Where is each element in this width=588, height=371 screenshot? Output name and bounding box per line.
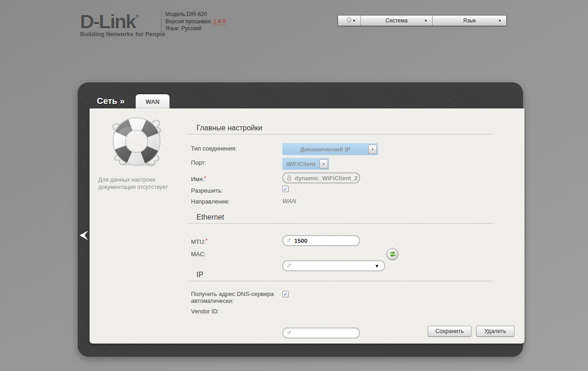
caret-down-icon: ▼	[352, 19, 356, 23]
vendor-id-label: Vendor ID:	[191, 308, 219, 315]
name-label: Имя:*	[191, 175, 206, 183]
section-title-ethernet: Ethernet	[188, 213, 493, 224]
device-model: Модель:DIR-620	[165, 11, 226, 18]
registered-mark: ®	[136, 14, 139, 19]
dlink-logo-text: D-Link®	[80, 6, 165, 32]
enable-checkbox[interactable]: ✓	[282, 186, 289, 192]
mac-combo-wrap: ✎ ▼	[282, 260, 385, 271]
vendor-id-input[interactable]	[294, 329, 355, 337]
collapse-panel-icon	[78, 229, 89, 241]
lock-icon	[286, 175, 292, 181]
mac-input[interactable]	[294, 262, 374, 270]
name-field[interactable]: dynamic_WiFiClient_2	[282, 172, 360, 183]
mtu-field-wrap: ✎	[282, 235, 360, 246]
pencil-icon: ✎	[286, 237, 291, 243]
checkmark-icon: ✓	[283, 291, 288, 297]
dlink-tagline: Building Networks for People	[80, 31, 165, 38]
connection-type-label: Тип соединения:	[191, 145, 237, 152]
header-divider	[161, 12, 162, 33]
device-language: Язык: Русский	[165, 25, 226, 32]
system-menu-button[interactable]: Система ▼	[361, 16, 433, 26]
caret-down-icon: ▼	[424, 19, 428, 23]
firmware-version-link[interactable]: 1.4.0	[213, 18, 226, 25]
required-mark: *	[206, 238, 207, 243]
port-dropdown[interactable]: WiFiClient ▼	[282, 158, 329, 170]
caret-down-icon[interactable]: ▼	[375, 264, 379, 269]
wan-settings-form: Для данных настроек документация отсутст…	[90, 108, 524, 344]
collapse-panel-button[interactable]	[78, 229, 89, 241]
top-menubar: ▼ Система ▼ Язык ▼	[338, 15, 507, 26]
tab-wan[interactable]: WAN	[136, 94, 170, 109]
direction-label: Направление:	[191, 198, 230, 205]
checkmark-icon: ✓	[283, 186, 288, 192]
page: D-Link® Building Networks for People Мод…	[0, 0, 588, 371]
port-label: Порт:	[191, 159, 206, 166]
dns-auto-checkbox[interactable]: ✓	[282, 291, 289, 297]
connection-type-dropdown[interactable]: Динамический IP ▼	[282, 143, 378, 155]
enable-label: Разрешить:	[191, 187, 223, 194]
vendor-id-field-wrap: ✎	[282, 328, 360, 339]
section-title-main: Главные настройки	[188, 124, 493, 134]
direction-value: WAN	[282, 198, 296, 204]
caret-down-icon: ▼	[498, 19, 502, 23]
lifebuoy-icon	[103, 114, 172, 168]
mac-label: MAC:	[191, 251, 206, 258]
section-title-ip: IP	[188, 271, 493, 281]
hints-menu-button[interactable]: ▼	[338, 16, 361, 26]
refresh-mac-icon	[389, 251, 396, 258]
lightbulb-icon	[346, 17, 353, 25]
delete-button[interactable]: Удалить	[476, 326, 514, 337]
mtu-label: MTU:*	[191, 237, 207, 245]
mtu-input[interactable]	[294, 237, 355, 245]
pencil-icon: ✎	[286, 263, 291, 269]
pencil-icon: ✎	[286, 330, 291, 336]
help-text: Для данных настроек документация отсутст…	[98, 176, 168, 191]
dlink-logo: D-Link® Building Networks for People	[80, 6, 165, 38]
dns-auto-label: Получить адрес DNS-сервера автоматически…	[191, 290, 274, 304]
language-menu-button[interactable]: Язык ▼	[433, 16, 506, 26]
caret-down-icon[interactable]: ▼	[319, 159, 328, 169]
save-button[interactable]: Сохранить	[428, 326, 471, 337]
caret-down-icon[interactable]: ▼	[368, 145, 377, 154]
breadcrumb: Сеть »	[97, 96, 125, 106]
required-mark: *	[204, 175, 206, 181]
device-info: Модель:DIR-620 Версия прошивки: 1.4.0 Яз…	[165, 11, 226, 32]
firmware-line: Версия прошивки: 1.4.0	[165, 18, 226, 26]
refresh-mac-button[interactable]	[387, 248, 398, 260]
